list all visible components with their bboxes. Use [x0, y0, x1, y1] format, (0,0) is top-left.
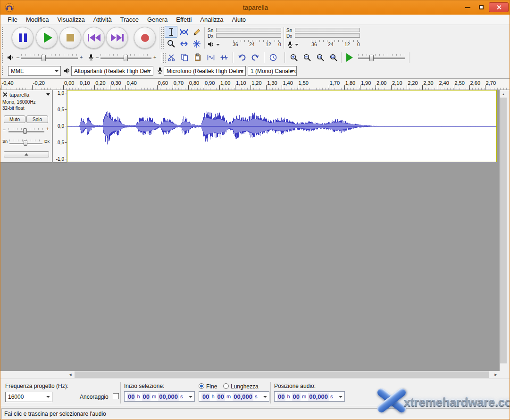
chevron-down-icon[interactable] — [189, 396, 192, 398]
pause-button[interactable] — [12, 27, 33, 49]
radio-end[interactable] — [199, 383, 204, 389]
vertical-scrollbar[interactable]: ▲ ▼ — [500, 90, 507, 379]
play-at-speed-button[interactable] — [344, 52, 355, 63]
input-volume-thumb[interactable] — [124, 55, 128, 61]
pan-thumb[interactable] — [24, 140, 27, 146]
record-button[interactable] — [134, 27, 156, 49]
menu-effetti[interactable]: Effetti — [172, 15, 196, 24]
time-seconds[interactable]: 00,000 — [233, 393, 253, 401]
timeshift-tool-button[interactable] — [177, 38, 190, 49]
menu-file[interactable]: File — [3, 15, 22, 24]
envelope-tool-button[interactable] — [177, 26, 190, 38]
undo-button[interactable] — [236, 52, 248, 63]
device-toolbar-grabber[interactable] — [1, 66, 4, 76]
menu-analizza[interactable]: Analizza — [196, 15, 227, 24]
time-hours[interactable]: 00 — [201, 393, 210, 401]
mixer-toolbar-grabber[interactable] — [1, 52, 4, 63]
chevron-down-icon[interactable] — [263, 396, 267, 398]
output-volume-slider[interactable] — [21, 58, 78, 59]
transport-toolbar-grabber[interactable] — [1, 27, 4, 49]
waveform-area[interactable] — [67, 90, 497, 162]
copy-icon — [180, 53, 189, 62]
menu-aiuto[interactable]: Aiuto — [227, 15, 250, 24]
trim-button[interactable] — [205, 52, 217, 63]
selection-end-field[interactable]: 00h 00m 00,000s — [199, 391, 269, 402]
zoom-fit-button[interactable] — [328, 52, 339, 63]
zoom-out-button[interactable] — [301, 52, 313, 63]
window-title: taparella — [0, 4, 510, 11]
menu-visualizza[interactable]: Visualizza — [53, 15, 89, 24]
time-minutes[interactable]: 00 — [292, 393, 301, 401]
project-rate-select[interactable]: 16000 — [5, 392, 52, 402]
time-minutes[interactable]: 00 — [217, 393, 225, 401]
titlebar[interactable]: taparella — [0, 0, 510, 15]
cut-button[interactable] — [166, 52, 177, 63]
waveform-canvas[interactable] — [67, 91, 496, 162]
track-collapse-button[interactable] — [4, 151, 49, 157]
silence-button[interactable] — [218, 52, 230, 63]
multi-tool-button[interactable] — [190, 38, 203, 49]
input-meter[interactable]: Sn Dx -36 -24 -12 0 — [285, 26, 362, 49]
close-button[interactable] — [489, 2, 509, 12]
zoom-in-button[interactable] — [288, 52, 300, 63]
radio-length-label[interactable]: Lunghezza — [231, 383, 259, 390]
mute-button[interactable]: Muto — [4, 115, 25, 123]
stop-button[interactable] — [59, 27, 81, 49]
output-device-select[interactable]: Altoparlanti (Realtek High Defi — [71, 66, 153, 76]
track-header[interactable]: taparella Mono, 16000Hz 32-bit float Mut… — [0, 90, 52, 163]
draw-tool-button[interactable] — [190, 26, 203, 38]
track-title-menu[interactable]: taparella — [8, 91, 51, 98]
channels-select[interactable]: 1 (Mono) Canale c — [248, 66, 297, 76]
menu-modifica[interactable]: Modifica — [22, 15, 53, 24]
chevron-down-icon[interactable] — [339, 396, 343, 398]
paste-button[interactable] — [192, 52, 203, 63]
snap-checkbox[interactable] — [113, 393, 119, 399]
track-deck[interactable] — [0, 163, 500, 371]
toolbar-row-2: – + – + — [0, 51, 510, 65]
time-seconds[interactable]: 00,000 — [308, 393, 329, 401]
playback-speed-slider[interactable] — [358, 58, 405, 59]
output-meter[interactable]: Sn Dx -36 -24 -12 0 — [207, 26, 283, 49]
host-select[interactable]: MME — [8, 66, 61, 76]
timeline-ruler[interactable]: -0,40-0,200,000,100,200,300,400,600,700,… — [0, 78, 510, 90]
minimize-button[interactable] — [461, 2, 474, 12]
copy-button[interactable] — [179, 52, 190, 63]
time-seconds[interactable]: 00,000 — [158, 393, 179, 401]
maximize-button[interactable] — [475, 2, 488, 12]
tools-toolbar-grabber[interactable] — [161, 27, 164, 49]
skip-to-end-button[interactable] — [106, 27, 128, 49]
menu-genera[interactable]: Genera — [143, 15, 172, 24]
time-minutes[interactable]: 00 — [142, 393, 150, 401]
track-close-button[interactable] — [2, 91, 8, 98]
gain-thumb[interactable] — [23, 128, 27, 134]
input-device-select[interactable]: Microfono (Realtek High Defini — [164, 66, 246, 76]
play-button[interactable] — [36, 27, 58, 49]
vertical-ruler[interactable]: 1,0 0,5 0,0 -0,5 -1,0 — [53, 90, 67, 163]
radio-length[interactable] — [223, 383, 229, 389]
time-seconds-unit: s — [330, 394, 333, 399]
output-meter-dropdown-icon[interactable] — [216, 44, 220, 46]
zoom-selection-button[interactable] — [315, 52, 326, 63]
output-volume-thumb[interactable] — [42, 55, 46, 61]
scroll-right-button[interactable]: ▶ — [492, 371, 500, 379]
scroll-up-button[interactable]: ▲ — [500, 90, 507, 98]
sync-lock-button[interactable] — [268, 52, 279, 63]
skip-to-start-button[interactable] — [83, 27, 105, 49]
playback-speed-thumb[interactable] — [369, 55, 374, 61]
audio-position-field[interactable]: 00h 00m 00,000s — [274, 391, 345, 402]
time-hours[interactable]: 00 — [127, 393, 135, 401]
radio-end-label[interactable]: Fine — [206, 383, 217, 390]
horizontal-scrollbar[interactable]: ◀ ▶ — [67, 371, 500, 379]
selection-start-field[interactable]: 00h 00m 00,000s — [124, 391, 195, 402]
menu-tracce[interactable]: Tracce — [116, 15, 143, 24]
input-meter-dropdown-icon[interactable] — [295, 44, 299, 46]
zoom-tool-button[interactable] — [165, 38, 177, 49]
scroll-left-button[interactable]: ◀ — [67, 371, 74, 379]
solo-button[interactable]: Solo — [26, 115, 48, 123]
output-meter-scale: -36 — [231, 42, 238, 47]
time-hours[interactable]: 00 — [277, 393, 285, 401]
vertical-scroll-thumb[interactable] — [500, 98, 507, 363]
horizontal-scroll-thumb[interactable] — [75, 371, 489, 378]
menu-attivita[interactable]: Attività — [89, 15, 116, 24]
selection-tool-button[interactable] — [165, 26, 177, 38]
